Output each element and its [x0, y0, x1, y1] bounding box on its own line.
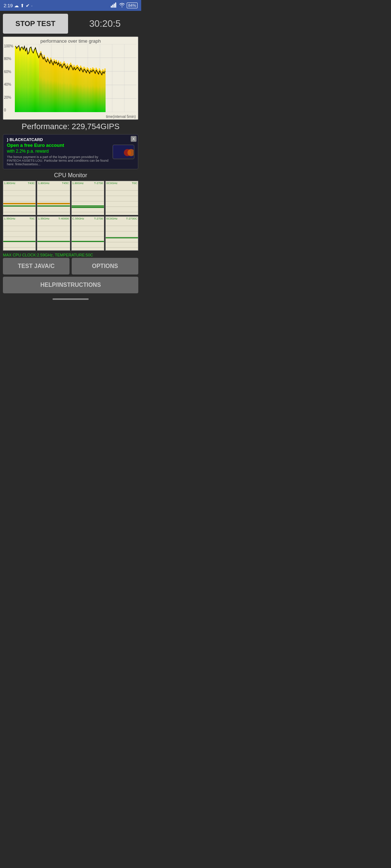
svg-rect-35 [33, 51, 34, 112]
cpu-core-0-temp: T43C [28, 182, 35, 185]
cpu-core-6-temp: T-2730 [94, 217, 103, 220]
ad-logo: } BLACKCATCARD [7, 137, 43, 142]
dot-icon: · [31, 3, 33, 8]
cpu-bar-green-5 [37, 241, 70, 242]
svg-rect-77 [79, 67, 80, 112]
svg-rect-61 [61, 64, 62, 112]
cpu-bar-green-2 [72, 205, 104, 207]
svg-rect-29 [26, 48, 27, 112]
svg-rect-54 [54, 59, 55, 112]
cpu-core-6-freq: C.55GHz [72, 217, 84, 220]
svg-rect-69 [70, 63, 71, 112]
status-left: 2:19 ☁ ⬆ ✔ · [4, 3, 33, 8]
svg-rect-22 [18, 46, 19, 112]
y-label-60: 60% [4, 70, 13, 74]
cpu-core-2: 1.80GHz T-2730 [71, 181, 104, 215]
svg-rect-42 [40, 51, 41, 112]
svg-rect-85 [88, 68, 89, 112]
y-label-40: 40% [4, 82, 13, 86]
svg-rect-53 [52, 61, 54, 112]
svg-rect-67 [68, 65, 69, 112]
svg-rect-71 [72, 66, 73, 112]
svg-rect-30 [27, 51, 28, 112]
svg-rect-83 [85, 69, 87, 112]
svg-rect-26 [22, 48, 24, 112]
timer-display: 30:20:5 [72, 18, 138, 29]
ad-close-button[interactable]: X [131, 136, 136, 142]
svg-rect-48 [47, 57, 48, 112]
ad-subtext: with 2.2% p.a. reward [7, 149, 110, 154]
svg-rect-50 [49, 60, 50, 112]
top-row: STOP TEST 30:20:5 [3, 14, 138, 34]
cpu-core-0: 1.80GHz T43C [3, 181, 36, 215]
svg-rect-0 [111, 6, 112, 8]
stop-test-button[interactable]: STOP TEST [3, 14, 68, 34]
test-java-button[interactable]: TEST JAVA/C [3, 258, 70, 275]
cpu-core-3-temp: T0C [132, 182, 137, 185]
cpu-core-5-label: 1.55GHz T-40000 [37, 217, 70, 221]
wifi-icon [119, 3, 125, 9]
svg-rect-36 [34, 49, 35, 112]
graph-canvas [15, 44, 136, 112]
svg-rect-44 [42, 57, 43, 112]
svg-rect-23 [19, 49, 20, 112]
help-instructions-button[interactable]: HELP/INSTRUCTIONS [3, 277, 138, 293]
cpu-core-1-graph [37, 185, 70, 212]
check-icon: ✔ [26, 3, 30, 8]
cpu-core-4-label: 1.55GHz T0C [3, 217, 35, 221]
svg-rect-98 [102, 69, 103, 112]
cpu-core-3-freq: 0C0GHz [106, 182, 118, 185]
cpu-core-7-graph [106, 221, 138, 248]
svg-rect-47 [46, 59, 47, 112]
graph-y-labels: 100% 80% 60% 40% 20% 0 [4, 44, 13, 112]
cpu-core-6-label: C.55GHz T-2730 [72, 217, 104, 221]
cpu-core-6-graph [72, 221, 104, 248]
cpu-core-3: 0C0GHz T0C [105, 181, 138, 215]
svg-rect-90 [93, 68, 94, 112]
svg-rect-80 [82, 68, 83, 112]
svg-rect-89 [92, 67, 93, 112]
svg-rect-25 [21, 47, 22, 112]
cpu-core-6: C.55GHz T-2730 [71, 216, 104, 251]
svg-rect-52 [51, 60, 52, 112]
cpu-max-info: MAX CPU CLOCK:2.59GHz, TEMPERATURE:50C [3, 252, 138, 258]
svg-rect-87 [90, 68, 91, 112]
main-content: STOP TEST 30:20:5 performance over time … [0, 11, 141, 296]
svg-rect-96 [100, 70, 101, 112]
y-label-20: 20% [4, 95, 13, 99]
svg-rect-76 [78, 66, 79, 112]
cpu-core-0-label: 1.80GHz T43C [3, 181, 35, 185]
svg-rect-32 [29, 48, 30, 112]
svg-rect-65 [66, 65, 67, 112]
ad-headline: Open a free Euro account [7, 142, 110, 148]
cpu-core-4-freq: 1.55GHz [4, 217, 16, 220]
svg-rect-21 [17, 48, 18, 112]
svg-rect-56 [56, 60, 57, 112]
status-bar: 2:19 ☁ ⬆ ✔ · 84 % [0, 0, 141, 11]
svg-rect-94 [98, 71, 99, 112]
cpu-core-1: 1.80GHz T45C [37, 181, 70, 215]
svg-rect-70 [71, 64, 72, 112]
ad-banner: } BLACKCATCARD Open a free Euro account … [3, 134, 138, 169]
svg-rect-3 [115, 3, 116, 8]
cpu-core-2-label: 1.80GHz T-2730 [72, 181, 104, 185]
cpu-bar-green-4 [3, 241, 35, 242]
svg-rect-28 [25, 50, 26, 112]
cpu-core-7-temp: T-2730C [126, 217, 137, 220]
options-button[interactable]: OPTIONS [72, 258, 138, 275]
cpu-core-5-temp: T-40000 [58, 217, 69, 220]
svg-rect-84 [87, 67, 88, 112]
svg-rect-55 [55, 61, 56, 112]
y-label-0: 0 [4, 108, 13, 112]
ad-small-text: The bonus payment is a part of the loyal… [7, 155, 110, 166]
ad-card-image [113, 145, 134, 159]
battery-icon: 84 % [127, 3, 138, 8]
performance-value: Performance: 229,754GIPS [3, 122, 138, 131]
cpu-core-0-graph [3, 185, 35, 212]
cpu-core-3-graph [106, 185, 138, 212]
svg-rect-91 [94, 70, 96, 112]
status-right: 84 % [111, 3, 138, 9]
signal-icon [111, 3, 117, 9]
svg-rect-1 [112, 5, 113, 8]
cpu-core-5-freq: 1.55GHz [38, 217, 50, 220]
